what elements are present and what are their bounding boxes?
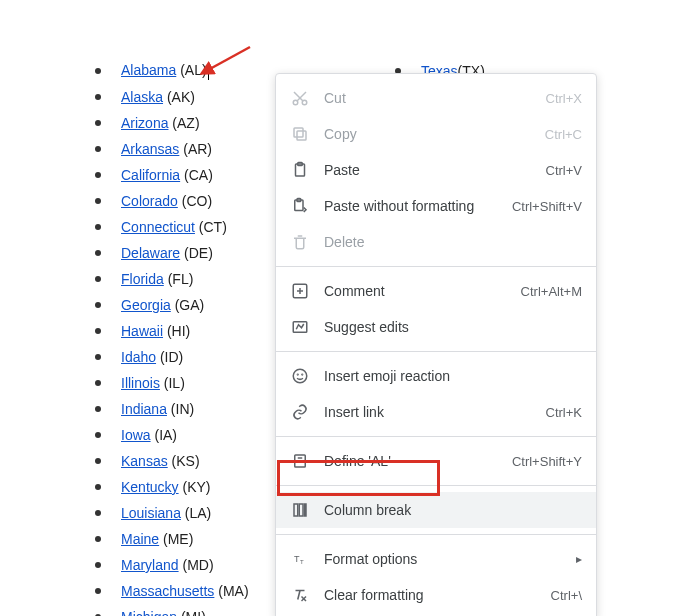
state-name-link[interactable]: Indiana bbox=[121, 401, 167, 417]
bullet-icon bbox=[95, 250, 101, 256]
list-item[interactable]: Massachusetts (MA) bbox=[95, 578, 249, 604]
menu-column-break[interactable]: Column break bbox=[276, 492, 596, 528]
state-name-link[interactable]: Maryland bbox=[121, 557, 179, 573]
bullet-icon bbox=[95, 68, 101, 74]
list-item[interactable]: Florida (FL) bbox=[95, 266, 249, 292]
svg-rect-21 bbox=[299, 504, 303, 516]
menu-shortcut: Ctrl+\ bbox=[551, 588, 582, 603]
list-item[interactable]: Indiana (IN) bbox=[95, 396, 249, 422]
state-name-link[interactable]: Kansas bbox=[121, 453, 168, 469]
list-item[interactable]: Hawaii (HI) bbox=[95, 318, 249, 344]
menu-label: Copy bbox=[324, 126, 545, 142]
state-abbr: (ID) bbox=[156, 349, 183, 365]
state-name-link[interactable]: Maine bbox=[121, 531, 159, 547]
state-name-link[interactable]: Louisiana bbox=[121, 505, 181, 521]
list-item[interactable]: Louisiana (LA) bbox=[95, 500, 249, 526]
comment-icon bbox=[290, 281, 310, 301]
menu-define[interactable]: Define 'AL' Ctrl+Shift+Y bbox=[276, 443, 596, 479]
state-abbr: (LA) bbox=[181, 505, 211, 521]
menu-separator bbox=[276, 534, 596, 535]
menu-insert-link[interactable]: Insert link Ctrl+K bbox=[276, 394, 596, 430]
bullet-icon bbox=[95, 276, 101, 282]
list-item[interactable]: Michigan (MI) bbox=[95, 604, 249, 616]
state-name-link[interactable]: Georgia bbox=[121, 297, 171, 313]
state-name-link[interactable]: Idaho bbox=[121, 349, 156, 365]
state-abbr: (KY) bbox=[179, 479, 211, 495]
menu-delete[interactable]: Delete bbox=[276, 224, 596, 260]
state-name-link[interactable]: Delaware bbox=[121, 245, 180, 261]
menu-paste[interactable]: Paste Ctrl+V bbox=[276, 152, 596, 188]
list-item[interactable]: Idaho (ID) bbox=[95, 344, 249, 370]
list-item[interactable]: California (CA) bbox=[95, 162, 249, 188]
list-item[interactable]: Maine (ME) bbox=[95, 526, 249, 552]
menu-suggest-edits[interactable]: Suggest edits bbox=[276, 309, 596, 345]
state-abbr: (AZ) bbox=[168, 115, 199, 131]
list-item[interactable]: Arkansas (AR) bbox=[95, 136, 249, 162]
state-name-link[interactable]: Connecticut bbox=[121, 219, 195, 235]
state-name-link[interactable]: Arizona bbox=[121, 115, 168, 131]
state-abbr: (GA) bbox=[171, 297, 204, 313]
list-item[interactable]: Kansas (KS) bbox=[95, 448, 249, 474]
menu-shortcut: Ctrl+C bbox=[545, 127, 582, 142]
menu-separator bbox=[276, 266, 596, 267]
state-abbr: (IA) bbox=[151, 427, 177, 443]
menu-label: Clear formatting bbox=[324, 587, 551, 603]
bullet-icon bbox=[95, 120, 101, 126]
menu-insert-emoji[interactable]: Insert emoji reaction bbox=[276, 358, 596, 394]
suggest-icon bbox=[290, 317, 310, 337]
state-name-link[interactable]: Colorado bbox=[121, 193, 178, 209]
state-abbr: (FL) bbox=[164, 271, 194, 287]
list-item[interactable]: Alabama (AL) bbox=[95, 58, 249, 84]
menu-label: Insert link bbox=[324, 404, 546, 420]
svg-text:T: T bbox=[294, 554, 300, 564]
list-item[interactable]: Maryland (MD) bbox=[95, 552, 249, 578]
menu-clear-formatting[interactable]: Clear formatting Ctrl+\ bbox=[276, 577, 596, 613]
state-name-link[interactable]: Illinois bbox=[121, 375, 160, 391]
menu-label: Delete bbox=[324, 234, 582, 250]
bullet-icon bbox=[95, 432, 101, 438]
menu-paste-without-formatting[interactable]: Paste without formatting Ctrl+Shift+V bbox=[276, 188, 596, 224]
menu-shortcut: Ctrl+X bbox=[546, 91, 582, 106]
state-abbr: (CO) bbox=[178, 193, 212, 209]
list-item[interactable]: Iowa (IA) bbox=[95, 422, 249, 448]
menu-label: Define 'AL' bbox=[324, 453, 512, 469]
state-abbr: (HI) bbox=[163, 323, 190, 339]
state-name-link[interactable]: Massachusetts bbox=[121, 583, 214, 599]
list-item[interactable]: Arizona (AZ) bbox=[95, 110, 249, 136]
list-item[interactable]: Colorado (CO) bbox=[95, 188, 249, 214]
list-item[interactable]: Illinois (IL) bbox=[95, 370, 249, 396]
menu-separator bbox=[276, 436, 596, 437]
state-abbr: (AR) bbox=[179, 141, 212, 157]
bullet-icon bbox=[95, 198, 101, 204]
list-item[interactable]: Kentucky (KY) bbox=[95, 474, 249, 500]
menu-cut[interactable]: Cut Ctrl+X bbox=[276, 80, 596, 116]
state-name-link[interactable]: Hawaii bbox=[121, 323, 163, 339]
list-item[interactable]: Connecticut (CT) bbox=[95, 214, 249, 240]
bullet-icon bbox=[95, 536, 101, 542]
state-name-link[interactable]: California bbox=[121, 167, 180, 183]
state-name-link[interactable]: Alabama bbox=[121, 62, 176, 78]
list-item[interactable]: Alaska (AK) bbox=[95, 84, 249, 110]
list-item[interactable]: Delaware (DE) bbox=[95, 240, 249, 266]
bullet-icon bbox=[95, 406, 101, 412]
state-name-link[interactable]: Kentucky bbox=[121, 479, 179, 495]
delete-icon bbox=[290, 232, 310, 252]
menu-comment[interactable]: Comment Ctrl+Alt+M bbox=[276, 273, 596, 309]
menu-label: Suggest edits bbox=[324, 319, 582, 335]
menu-separator bbox=[276, 485, 596, 486]
state-name-link[interactable]: Alaska bbox=[121, 89, 163, 105]
svg-rect-22 bbox=[305, 504, 307, 516]
list-item[interactable]: Georgia (GA) bbox=[95, 292, 249, 318]
clear-format-icon bbox=[290, 585, 310, 605]
state-name-link[interactable]: Michigan bbox=[121, 609, 177, 616]
state-name-link[interactable]: Iowa bbox=[121, 427, 151, 443]
menu-format-options[interactable]: TT Format options ▸ bbox=[276, 541, 596, 577]
state-name-link[interactable]: Arkansas bbox=[121, 141, 179, 157]
submenu-arrow-icon: ▸ bbox=[576, 552, 582, 566]
state-name-link[interactable]: Florida bbox=[121, 271, 164, 287]
states-list-col1: Alabama (AL)Alaska (AK)Arizona (AZ)Arkan… bbox=[95, 58, 249, 616]
state-abbr: (CA) bbox=[180, 167, 213, 183]
bullet-icon bbox=[95, 380, 101, 386]
svg-rect-20 bbox=[294, 504, 298, 516]
menu-copy[interactable]: Copy Ctrl+C bbox=[276, 116, 596, 152]
